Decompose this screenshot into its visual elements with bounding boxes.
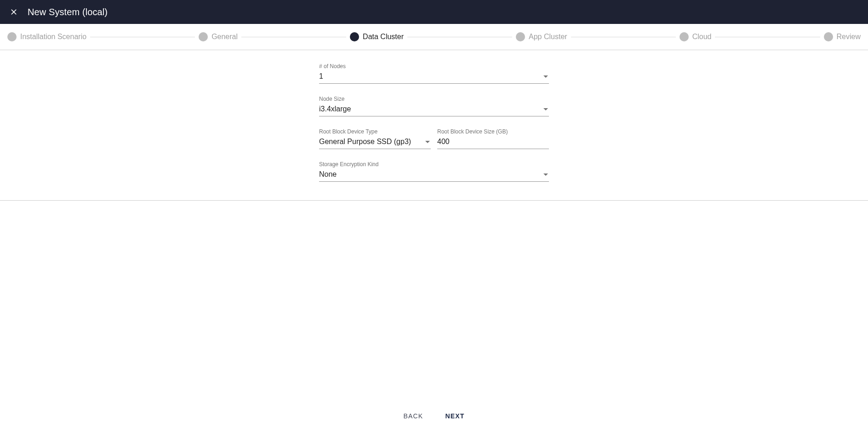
step-circle-icon (199, 32, 208, 41)
step-label: Installation Scenario (20, 33, 86, 41)
step-connector (90, 37, 195, 37)
step-review[interactable]: Review (824, 32, 861, 41)
storage-encryption-kind-select[interactable]: None (319, 168, 549, 182)
root-block-device-size-input[interactable] (437, 138, 549, 146)
field-node-size: Node Size i3.4xlarge (319, 96, 549, 116)
step-connector (407, 37, 512, 37)
step-installation-scenario[interactable]: Installation Scenario (7, 32, 86, 41)
step-app-cluster[interactable]: App Cluster (516, 32, 567, 41)
chevron-down-icon (543, 108, 548, 110)
root-block-device-size-input-wrap (437, 136, 549, 149)
num-nodes-select[interactable]: 1 (319, 70, 549, 84)
step-general[interactable]: General (199, 32, 238, 41)
field-value: None (319, 170, 541, 179)
chevron-down-icon (543, 174, 548, 176)
step-connector (571, 37, 676, 37)
step-label: App Cluster (529, 33, 567, 41)
field-root-block-device-type: Root Block Device Type General Purpose S… (319, 128, 431, 149)
step-connector (241, 37, 346, 37)
step-label: Cloud (692, 33, 712, 41)
step-label: Data Cluster (363, 33, 404, 41)
field-label: Node Size (319, 96, 549, 102)
step-circle-icon (516, 32, 525, 41)
step-label: Review (837, 33, 861, 41)
step-circle-icon (7, 32, 17, 41)
stepper: Installation Scenario General Data Clust… (0, 24, 868, 50)
chevron-down-icon (543, 75, 548, 78)
field-value: General Purpose SSD (gp3) (319, 138, 423, 146)
close-button[interactable] (7, 6, 20, 18)
step-circle-icon (824, 32, 833, 41)
form-content: # of Nodes 1 Node Size i3.4xlarge Root B… (0, 50, 868, 201)
field-value: i3.4xlarge (319, 105, 541, 113)
step-circle-icon (350, 32, 359, 41)
step-cloud[interactable]: Cloud (680, 32, 712, 41)
step-label: General (211, 33, 238, 41)
step-circle-icon (680, 32, 689, 41)
field-storage-encryption-kind: Storage Encryption Kind None (319, 161, 549, 182)
close-icon (9, 7, 18, 17)
chevron-down-icon (425, 141, 430, 143)
header: New System (local) (0, 0, 868, 24)
root-block-device-type-select[interactable]: General Purpose SSD (gp3) (319, 136, 431, 149)
field-label: Root Block Device Type (319, 128, 431, 135)
step-connector (715, 37, 820, 37)
node-size-select[interactable]: i3.4xlarge (319, 103, 549, 116)
step-data-cluster[interactable]: Data Cluster (350, 32, 404, 41)
field-num-nodes: # of Nodes 1 (319, 63, 549, 84)
field-label: Root Block Device Size (GB) (437, 128, 549, 135)
field-value: 1 (319, 72, 541, 81)
page-title: New System (local) (28, 7, 108, 17)
field-label: Storage Encryption Kind (319, 161, 549, 168)
field-label: # of Nodes (319, 63, 549, 69)
field-root-block-device-size: Root Block Device Size (GB) (437, 128, 549, 149)
